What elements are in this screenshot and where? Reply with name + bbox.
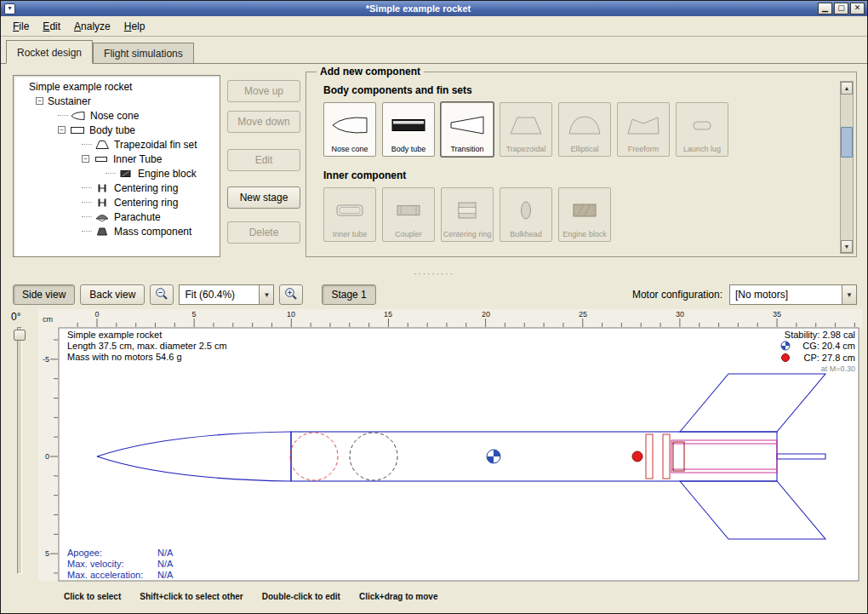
menubar: File Edit Analyze Help <box>1 16 867 37</box>
tree-item-nose-cone[interactable]: Nose cone <box>14 108 220 123</box>
add-launch-lug-button: Launch lug <box>676 102 728 157</box>
tree-item-mass-component[interactable]: Mass component <box>14 224 220 238</box>
scroll-down-button[interactable]: ▼ <box>841 240 853 253</box>
rotation-slider-handle[interactable] <box>14 330 26 341</box>
application-window: ▾ *Simple example rocket ▁ ▢ ✕ File Edit… <box>0 0 868 614</box>
window-titlebar[interactable]: ▾ *Simple example rocket ▁ ▢ ✕ <box>1 1 867 16</box>
tree-item-parachute[interactable]: Parachute <box>14 209 220 224</box>
chevron-down-icon[interactable]: ▼ <box>842 285 856 304</box>
zoom-out-button[interactable] <box>150 284 174 305</box>
tree-item-centering-ring-1[interactable]: Centering ring <box>14 181 220 195</box>
inner-tube-icon <box>94 154 109 164</box>
tree-item-engine-block[interactable]: Engine block <box>14 166 220 181</box>
minimize-button[interactable]: ▁ <box>818 3 832 14</box>
menu-item-help[interactable]: Help <box>117 18 152 35</box>
tree-item-centering-ring-2[interactable]: Centering ring <box>14 195 220 209</box>
mass-component-icon <box>94 227 110 237</box>
tree-action-buttons: Move up Move down Edit New stage Delete <box>227 80 300 244</box>
add-engine-block-button: Engine block <box>558 187 611 242</box>
tree-branch-line <box>82 216 92 217</box>
tree-branch-line <box>106 173 116 174</box>
max-acceleration-value: N/A <box>157 570 174 580</box>
component-scrollbar[interactable]: ▲ ▼ <box>840 81 854 254</box>
motor-config-label: Motor configuration: <box>632 289 722 301</box>
svg-text:0: 0 <box>45 452 49 461</box>
scrollbar-thumb[interactable] <box>841 127 853 158</box>
add-body-tube-button[interactable]: Body tube <box>382 102 435 157</box>
diagram-region: 0° cm 0 5 10 15 20 25 30 35 -5 <box>1 309 867 587</box>
menu-item-file[interactable]: File <box>6 18 36 35</box>
body-tube-icon <box>70 125 85 135</box>
centering-ring-icon <box>94 183 110 193</box>
elliptical-fin-icon <box>566 106 603 145</box>
side-view-button[interactable]: Side view <box>13 284 75 305</box>
component-tree[interactable]: Simple example rocket − Sustainer Nose c… <box>13 75 220 257</box>
launch-lug-icon <box>683 106 721 145</box>
svg-text:15: 15 <box>384 310 392 318</box>
stage-1-toggle[interactable]: Stage 1 <box>322 284 375 305</box>
rotation-slider[interactable] <box>17 327 22 574</box>
add-trapezoidal-fin-button: Trapezoidal <box>500 102 552 157</box>
back-view-button[interactable]: Back view <box>80 284 145 305</box>
tree-item-rocket[interactable]: Simple example rocket <box>14 79 220 94</box>
apogee-label: Apogee: <box>67 548 102 558</box>
max-velocity-value: N/A <box>157 559 174 569</box>
rotation-control: 0° <box>1 309 38 587</box>
chevron-down-icon[interactable]: ▼ <box>259 285 273 304</box>
add-nose-cone-button[interactable]: Nose cone <box>323 102 376 157</box>
status-hint: Shift+click to select other <box>140 592 243 601</box>
tree-item-inner-tube[interactable]: − Inner Tube <box>14 152 220 166</box>
close-button[interactable]: ✕ <box>850 3 865 14</box>
tree-branch-line <box>82 231 92 232</box>
zoom-in-button[interactable] <box>279 284 303 305</box>
transition-icon <box>448 106 486 145</box>
collapse-icon[interactable]: − <box>82 155 89 163</box>
canvas[interactable] <box>59 328 859 581</box>
svg-text:5: 5 <box>45 549 49 558</box>
motor-config-combo[interactable]: [No motors] ▼ <box>729 284 857 305</box>
menu-item-analyze[interactable]: Analyze <box>67 18 117 35</box>
new-stage-button[interactable]: New stage <box>227 186 300 209</box>
menu-item-edit[interactable]: Edit <box>36 18 67 35</box>
cg-symbol <box>487 450 500 463</box>
scroll-up-icon: ▲ <box>844 85 850 91</box>
svg-text:10: 10 <box>287 310 295 318</box>
rocket-dimensions-text: Length 37.5 cm, max. diameter 2.5 cm <box>67 341 227 351</box>
edit-button: Edit <box>227 149 300 171</box>
tab-rocket-design[interactable]: Rocket design <box>6 40 93 64</box>
scrollbar-track[interactable] <box>841 95 853 240</box>
engine-block-icon <box>118 169 134 179</box>
svg-text:30: 30 <box>676 310 684 318</box>
add-transition-button[interactable]: Transition <box>441 102 494 157</box>
inner-tube-icon <box>331 191 368 230</box>
apogee-value: N/A <box>157 548 174 558</box>
tree-item-body-tube[interactable]: − Body tube <box>14 123 220 137</box>
delete-button: Delete <box>227 221 300 244</box>
tree-branch-line <box>82 144 92 145</box>
panel-splitter[interactable]: ········· <box>1 268 867 280</box>
collapse-icon[interactable]: − <box>58 126 66 134</box>
rocket-diagram-canvas[interactable]: cm 0 5 10 15 20 25 30 35 -5 0 5 <box>38 309 862 587</box>
splitter-handle-icon: ········· <box>414 272 454 277</box>
svg-text:5: 5 <box>191 310 196 318</box>
tab-flight-simulations[interactable]: Flight simulations <box>93 43 194 63</box>
cg-legend-icon <box>781 341 790 350</box>
maximize-button[interactable]: ▢ <box>834 3 848 14</box>
trapezoidal-fin-icon <box>507 106 545 145</box>
tree-item-trapezoidal-fin-set[interactable]: Trapezoidal fin set <box>14 137 220 152</box>
body-components-label: Body components and fin sets <box>323 84 827 96</box>
collapse-icon[interactable]: − <box>36 97 43 105</box>
nose-cone-icon <box>71 111 86 121</box>
tree-item-sustainer[interactable]: − Sustainer <box>14 94 220 108</box>
minimize-icon: ▁ <box>822 3 828 12</box>
zoom-level-combo[interactable]: Fit (60.4%) ▼ <box>179 284 274 305</box>
ruler-unit-label: cm <box>43 315 53 324</box>
window-menu-icon[interactable]: ▾ <box>4 3 15 14</box>
scroll-down-icon: ▼ <box>844 244 850 250</box>
stability-text: Stability: 2.98 cal <box>785 330 855 340</box>
add-elliptical-fin-button: Elliptical <box>558 102 611 157</box>
max-velocity-label: Max. velocity: <box>67 559 124 569</box>
parachute-icon <box>94 212 110 222</box>
scroll-up-button[interactable]: ▲ <box>841 82 853 95</box>
tree-branch-line <box>82 187 92 188</box>
